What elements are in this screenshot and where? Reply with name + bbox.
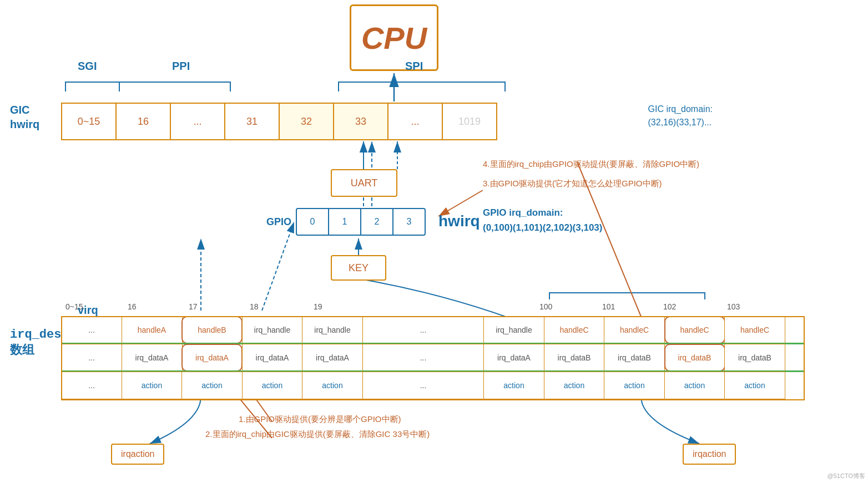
cell-r2-dataB4: irq_dataB bbox=[724, 344, 785, 372]
col-num-17: 17 bbox=[189, 302, 198, 311]
watermark: @51CTO博客 bbox=[827, 472, 865, 480]
cell-r3-action6: action bbox=[544, 372, 605, 399]
annotation-2: 2.里面的irq_chip由GIC驱动提供(要屏蔽、清除GIC 33号中断) bbox=[205, 428, 430, 441]
cell-r1-dots2: ... bbox=[362, 316, 485, 344]
ppi-label: PPI bbox=[172, 60, 190, 73]
cell-r2-dataA2: irq_dataA bbox=[181, 344, 243, 372]
irq-row: 0~15 16 ... 31 32 33 ... 1019 bbox=[61, 103, 496, 140]
cell-r1-handleC2: handleC bbox=[604, 316, 665, 344]
gpio-cell-3: 3 bbox=[392, 208, 426, 236]
col-num-103: 103 bbox=[727, 302, 740, 311]
col-num-19: 19 bbox=[314, 302, 322, 311]
irqdesc-row1: ... handleA handleB irq_handle irq_handl… bbox=[61, 316, 785, 343]
cell-r1-handleA: handleA bbox=[122, 316, 183, 344]
uart-box: UART bbox=[331, 169, 397, 197]
irq-cell-0: 0~15 bbox=[61, 103, 117, 140]
irq-cell-31: 31 bbox=[224, 103, 280, 140]
sgi-label: SGI bbox=[78, 60, 97, 73]
irq-cell-33: 33 bbox=[333, 103, 388, 140]
hwirq-label: hwirq bbox=[438, 212, 480, 230]
gpio-cell-2: 2 bbox=[360, 208, 393, 236]
diagram: CPU SGI PPI SPI GIChwirq 0~15 16 ... 31 … bbox=[0, 0, 868, 483]
cell-r3-dots1: ... bbox=[61, 372, 122, 399]
gic-domain-label: GIC irq_domain:(32,16)(33,17)... bbox=[648, 103, 713, 129]
irqaction-box-left: irqaction bbox=[111, 444, 164, 465]
cell-r3-action5: action bbox=[483, 372, 544, 399]
cell-r3-action8: action bbox=[664, 372, 725, 399]
cell-r2-dataA3: irq_dataA bbox=[242, 344, 303, 372]
cell-r3-action3: action bbox=[242, 372, 303, 399]
cell-r2-dots2: ... bbox=[362, 344, 485, 372]
cell-r3-action4: action bbox=[302, 372, 363, 399]
gpio-domain-label: GPIO irq_domain:(0,100)(1,101)(2,102)(3,… bbox=[483, 205, 602, 235]
col-num-0: 0~15 bbox=[65, 302, 83, 311]
cell-r2-dataB1: irq_dataB bbox=[544, 344, 605, 372]
gpio-cell-1: 1 bbox=[328, 208, 361, 236]
col-num-100: 100 bbox=[539, 302, 552, 311]
cell-r3-action7: action bbox=[604, 372, 665, 399]
annotation-3: 3.由GPIO驱动提供(它才知道怎么处理GPIO中断) bbox=[483, 177, 662, 190]
annotation-1: 1.由GPIO驱动提供(要分辨是哪个GPIO中断) bbox=[239, 413, 401, 426]
cell-r2-dataA5: irq_dataA bbox=[483, 344, 544, 372]
cell-r1-handleC3: handleC bbox=[664, 316, 725, 344]
cell-r1-irqhandle-last: irq_handle bbox=[483, 316, 544, 344]
cell-r1-handleC1: handleC bbox=[544, 316, 605, 344]
gpio-cell-0: 0 bbox=[296, 208, 329, 236]
annotation-4: 4.里面的irq_chip由GPIO驱动提供(要屏蔽、清除GPIO中断) bbox=[483, 158, 699, 171]
irq-cell-dots2: ... bbox=[387, 103, 443, 140]
irqdesc-label: irq_desc数组 bbox=[10, 327, 69, 359]
irqdesc-row2: ... irq_dataA irq_dataA irq_dataA irq_da… bbox=[61, 344, 785, 371]
cell-r3-action9: action bbox=[724, 372, 785, 399]
col-num-102: 102 bbox=[663, 302, 676, 311]
gpio-label: GPIO bbox=[266, 216, 291, 228]
cell-r2-dataB3: irq_dataB bbox=[664, 344, 725, 372]
spi-label: SPI bbox=[405, 60, 423, 73]
cell-r1-irqhandle18: irq_handle bbox=[242, 316, 303, 344]
irq-cell-dots1: ... bbox=[170, 103, 225, 140]
cell-r2-dots1: ... bbox=[61, 344, 122, 372]
gic-hwirq-label: GIChwirq bbox=[10, 103, 39, 131]
col-num-101: 101 bbox=[602, 302, 615, 311]
irq-cell-32: 32 bbox=[279, 103, 334, 140]
cell-r1-handleB: handleB bbox=[181, 316, 243, 344]
cell-r3-action2: action bbox=[181, 372, 243, 399]
cell-r2-dataA4: irq_dataA bbox=[302, 344, 363, 372]
cell-r3-action1: action bbox=[122, 372, 183, 399]
irqaction-box-right: irqaction bbox=[683, 444, 736, 465]
col-num-18: 18 bbox=[250, 302, 259, 311]
irq-cell-16: 16 bbox=[115, 103, 171, 140]
cell-r2-dataB2: irq_dataB bbox=[604, 344, 665, 372]
irq-cell-1019: 1019 bbox=[442, 103, 497, 140]
col-num-16: 16 bbox=[128, 302, 137, 311]
cell-r1-irqhandle19: irq_handle bbox=[302, 316, 363, 344]
key-box: KEY bbox=[331, 255, 386, 281]
cpu-label: CPU bbox=[361, 20, 427, 56]
cell-r1-dots1: ... bbox=[61, 316, 122, 344]
gpio-area: GPIO 0 1 2 3 bbox=[266, 208, 425, 236]
cell-r3-dots2: ... bbox=[362, 372, 485, 399]
irqdesc-row3: ... action action action action ... acti… bbox=[61, 372, 785, 399]
cpu-box: CPU bbox=[350, 4, 438, 71]
cell-r2-dataA1: irq_dataA bbox=[122, 344, 183, 372]
cell-r1-handleC4: handleC bbox=[724, 316, 785, 344]
